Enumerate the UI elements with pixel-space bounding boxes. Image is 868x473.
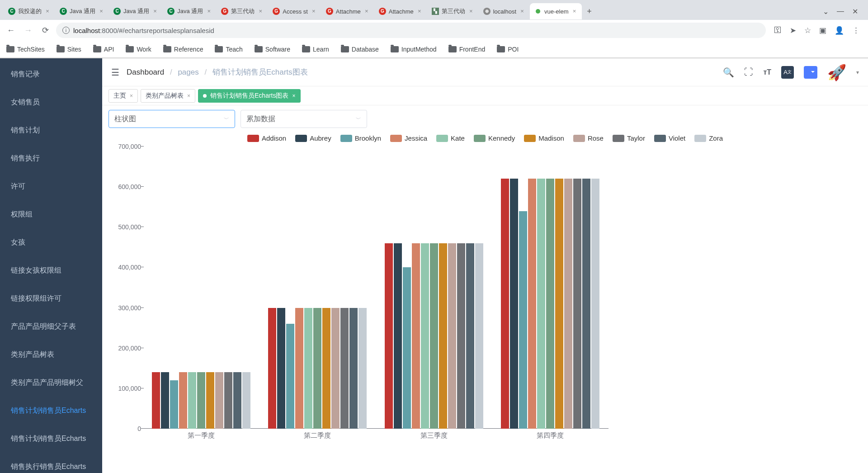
bar[interactable] (179, 372, 187, 429)
bar[interactable] (242, 372, 250, 429)
bookmark-folder[interactable]: Sites (57, 46, 81, 53)
sidebar-item[interactable]: 女销售员 (0, 88, 102, 116)
browser-tab[interactable]: GAttachme× (374, 3, 427, 19)
legend-item[interactable]: Addison (247, 134, 286, 142)
bar[interactable] (224, 372, 232, 429)
close-icon[interactable]: × (257, 8, 264, 14)
close-icon[interactable]: × (311, 8, 317, 14)
bar[interactable] (528, 179, 536, 429)
bar[interactable] (555, 179, 563, 429)
breadcrumb-root[interactable]: Dashboard (127, 68, 164, 76)
bar[interactable] (277, 308, 285, 429)
sidebar-item[interactable]: 销售计划销售员Echarts (0, 397, 102, 425)
bar[interactable] (359, 308, 367, 429)
menu-icon[interactable]: ⋮ (852, 26, 860, 35)
font-size-icon[interactable]: тT (763, 68, 771, 76)
bar[interactable] (573, 179, 581, 429)
new-tab-button[interactable]: + (582, 4, 596, 19)
bookmark-folder[interactable]: Teach (215, 46, 242, 53)
close-icon[interactable]: × (152, 8, 158, 14)
bar[interactable] (475, 243, 483, 429)
reload-button[interactable]: ⟳ (39, 25, 52, 35)
view-tab[interactable]: 主页× (108, 89, 138, 103)
view-tab[interactable]: 销售计划销售员Echarts图表× (198, 89, 300, 103)
reader-icon[interactable]: ▣ (819, 26, 826, 35)
close-icon[interactable]: ✕ (852, 7, 858, 16)
chart-type-select[interactable]: 柱状图 ﹀ (108, 110, 235, 128)
bar[interactable] (331, 308, 340, 429)
bar[interactable] (233, 372, 241, 429)
bar[interactable] (582, 179, 590, 429)
sidebar-item[interactable]: 销售计划销售员Echarts (0, 425, 102, 453)
browser-tab[interactable]: ⊕localhost× (479, 3, 530, 19)
bookmark-folder[interactable]: API (93, 46, 114, 53)
close-icon[interactable]: × (468, 8, 474, 14)
sidebar-item[interactable]: 销售执行 (0, 144, 102, 172)
bar[interactable] (206, 372, 214, 429)
bookmark-folder[interactable]: POI (497, 46, 519, 53)
browser-tab[interactable]: GAttachme× (321, 3, 374, 19)
sidebar-item[interactable]: 类别产品树表 (0, 341, 102, 369)
chevron-down-icon[interactable]: ⌄ (823, 7, 829, 16)
bar[interactable] (313, 308, 321, 429)
close-icon[interactable]: × (130, 93, 133, 99)
sidebar-item[interactable]: 链接权限组许可 (0, 284, 102, 312)
bar[interactable] (501, 179, 509, 429)
sidebar-item[interactable]: 产品产品明细父子表 (0, 312, 102, 341)
close-icon[interactable]: × (571, 8, 577, 14)
omnibox[interactable]: i localhost:8000/#/echartsreportsalespla… (56, 23, 766, 38)
view-tab[interactable]: 类别产品树表× (141, 89, 195, 103)
profile-icon[interactable]: 👤 (835, 26, 844, 35)
user-dropdown-icon[interactable]: ▾ (856, 69, 859, 76)
bar[interactable] (430, 243, 438, 429)
browser-tab[interactable]: C我投递的× (4, 3, 55, 19)
star-icon[interactable]: ☆ (804, 26, 811, 35)
sidebar-toggle-icon[interactable]: ☰ (111, 67, 119, 78)
bar[interactable] (564, 179, 572, 429)
bar[interactable] (215, 372, 223, 429)
legend-item[interactable]: Taylor (613, 134, 645, 142)
bar[interactable] (591, 179, 599, 429)
sidebar-item[interactable]: 销售记录 (0, 60, 102, 88)
data-type-select[interactable]: 累加数据 ﹀ (241, 110, 367, 128)
bar[interactable] (170, 380, 178, 429)
browser-tab[interactable]: CJava 通用× (163, 3, 217, 19)
browser-tab[interactable]: vue-elem× (530, 3, 582, 19)
bar[interactable] (421, 243, 429, 429)
sidebar-item[interactable]: 女孩 (0, 228, 102, 256)
bar[interactable] (403, 267, 411, 429)
lang-badge[interactable]: A文 (781, 66, 794, 79)
bookmark-folder[interactable]: Learn (302, 46, 329, 53)
bar[interactable] (510, 179, 518, 429)
bar[interactable] (152, 372, 160, 429)
theme-select[interactable] (804, 66, 817, 79)
close-icon[interactable]: × (187, 93, 190, 99)
bookmark-folder[interactable]: Software (255, 46, 290, 53)
close-icon[interactable]: × (363, 8, 370, 14)
bar[interactable] (448, 243, 456, 429)
sidebar-item[interactable]: 链接女孩权限组 (0, 256, 102, 284)
breadcrumb-mid[interactable]: pages (178, 68, 198, 76)
sidebar-item[interactable]: 销售执行销售员Echarts (0, 453, 102, 473)
bar[interactable] (161, 372, 169, 429)
close-icon[interactable]: × (98, 8, 104, 14)
bar[interactable] (546, 179, 554, 429)
bookmark-folder[interactable]: TechSites (6, 46, 45, 53)
close-icon[interactable]: × (44, 8, 51, 14)
legend-item[interactable]: Zora (694, 134, 723, 142)
fullscreen-icon[interactable]: ⛶ (744, 67, 753, 77)
browser-tab[interactable]: ▚第三代动× (427, 3, 479, 19)
bookmark-folder[interactable]: InputMethod (391, 46, 437, 53)
legend-item[interactable]: Madison (524, 134, 564, 142)
sidebar-item[interactable]: 许可 (0, 172, 102, 200)
key-icon[interactable]: ⚿ (774, 26, 782, 35)
back-button[interactable]: ← (5, 26, 17, 35)
bar[interactable] (439, 243, 447, 429)
sidebar-item[interactable]: 权限组 (0, 200, 102, 228)
bookmark-folder[interactable]: FrontEnd (448, 46, 486, 53)
bar[interactable] (412, 243, 420, 429)
bar[interactable] (268, 308, 276, 429)
bookmark-folder[interactable]: Work (126, 46, 151, 53)
bar[interactable] (304, 308, 312, 429)
bar[interactable] (519, 211, 527, 429)
